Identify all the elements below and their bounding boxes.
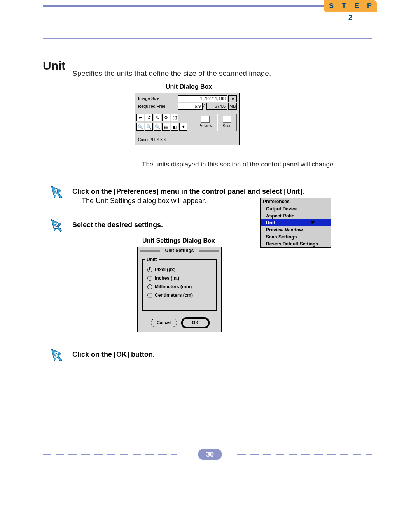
unit-settings-dialog: Unit Settings Unit: Pixel (px) Inches (i… bbox=[137, 247, 222, 332]
unit-option-inches[interactable]: Inches (in.) bbox=[147, 274, 193, 282]
zoom-in-icon[interactable]: 🔍 bbox=[136, 123, 144, 131]
unit-option-pixel[interactable]: Pixel (px) bbox=[147, 265, 193, 274]
image-icon[interactable]: ▦ bbox=[162, 123, 170, 131]
scan-icon bbox=[223, 116, 231, 123]
preferences-menu: Preferences Output Device... Aspect Rati… bbox=[260, 198, 331, 248]
color-icon[interactable]: ◧ bbox=[171, 123, 178, 131]
rotate-cw-icon[interactable]: ↻ bbox=[154, 114, 161, 121]
preview-icon bbox=[201, 116, 210, 123]
section-divider bbox=[43, 38, 372, 39]
step-number: 3 bbox=[54, 350, 58, 359]
status-bar: CanonPI FS 3.6 bbox=[135, 137, 239, 145]
radio-icon bbox=[147, 267, 152, 272]
unit-group-frame: Unit: Pixel (px) Inches (in.) Millimeter… bbox=[142, 259, 217, 311]
step-1-detail: The Unit Settings dialog box will appear… bbox=[82, 197, 206, 205]
page-number-badge: 30 bbox=[198, 449, 222, 460]
radio-icon bbox=[147, 284, 152, 289]
cancel-button[interactable]: Cancel bbox=[151, 319, 177, 327]
ok-button[interactable]: OK bbox=[182, 319, 208, 327]
free-value: 274.6 bbox=[206, 103, 228, 110]
menu-item-preview-window[interactable]: Preview Window... bbox=[261, 226, 331, 233]
image-size-value: 1,752 * 1,168 bbox=[178, 95, 228, 102]
top-rule bbox=[43, 5, 331, 7]
image-size-label: Image Size bbox=[138, 96, 159, 101]
toolbar: ⇤ ↺ ↻ ⟳ ▯▯ 🔍 🔍 🔍 ▦ ◧ ✦ bbox=[136, 114, 205, 132]
step-3-title: Click on the [OK] button. bbox=[72, 350, 155, 359]
rotate-ccw-icon[interactable]: ↺ bbox=[145, 114, 153, 121]
step-2-title: Select the desired settings. bbox=[72, 221, 163, 229]
step-number: 2 bbox=[54, 221, 58, 230]
scan-button[interactable]: Scan bbox=[217, 114, 237, 131]
step-banner: S T E P 2 bbox=[324, 0, 377, 12]
step-1-marker: 1 1 bbox=[51, 185, 66, 201]
menu-item-output-device[interactable]: Output Device... bbox=[261, 205, 331, 212]
step-2-marker: 2 2 bbox=[51, 219, 66, 234]
radio-icon bbox=[147, 293, 152, 298]
rotate-icon[interactable]: ⟳ bbox=[162, 114, 170, 121]
callout-line bbox=[199, 93, 199, 156]
unit-dialog-box: Image Size 1,752 * 1,168 px Required/Fre… bbox=[135, 93, 240, 145]
intro-text: Specifies the units that define the size… bbox=[72, 69, 271, 78]
step-1-title: Click on the [Preferences] menu in the c… bbox=[72, 188, 373, 196]
unit-option-millimeters[interactable]: Millimeters (mm) bbox=[147, 282, 193, 291]
adjust-icon[interactable]: ✦ bbox=[179, 123, 187, 131]
image-size-unit: px bbox=[228, 95, 237, 102]
menu-item-aspect-ratio[interactable]: Aspect Ratio... bbox=[261, 212, 331, 219]
tool-icon[interactable]: ⇤ bbox=[136, 114, 144, 121]
unit-dialog-note: The units displayed in this section of t… bbox=[142, 161, 335, 168]
menu-item-unit[interactable]: Unit... bbox=[261, 219, 331, 226]
slash: / bbox=[203, 103, 205, 108]
menu-item-resets-default[interactable]: Resets Default Settings... bbox=[261, 240, 331, 247]
unit-dialog-caption: Unit Dialog Box bbox=[166, 83, 212, 90]
zoom-icon[interactable]: 🔍 bbox=[154, 123, 161, 131]
required-free-label: Required/Free bbox=[138, 104, 165, 109]
required-free-unit: MB bbox=[228, 103, 237, 110]
footer-dashes-right bbox=[237, 454, 372, 455]
step-3-marker: 3 3 bbox=[51, 348, 66, 364]
mirror-icon[interactable]: ▯▯ bbox=[171, 114, 178, 121]
radio-icon bbox=[147, 276, 152, 281]
unit-option-centimeters[interactable]: Centimeters (cm) bbox=[147, 291, 193, 300]
step-number: 1 bbox=[54, 188, 58, 196]
unit-group-legend: Unit: bbox=[145, 257, 159, 262]
footer-dashes-left bbox=[43, 454, 177, 455]
page-title: Unit bbox=[43, 59, 65, 72]
unit-settings-caption: Unit Settings Dialog Box bbox=[142, 237, 215, 244]
preferences-menu-title: Preferences bbox=[261, 198, 331, 205]
zoom-out-icon[interactable]: 🔍 bbox=[145, 123, 153, 131]
menu-item-scan-settings[interactable]: Scan Settings... bbox=[261, 233, 331, 240]
unit-settings-title: Unit Settings bbox=[138, 247, 221, 254]
